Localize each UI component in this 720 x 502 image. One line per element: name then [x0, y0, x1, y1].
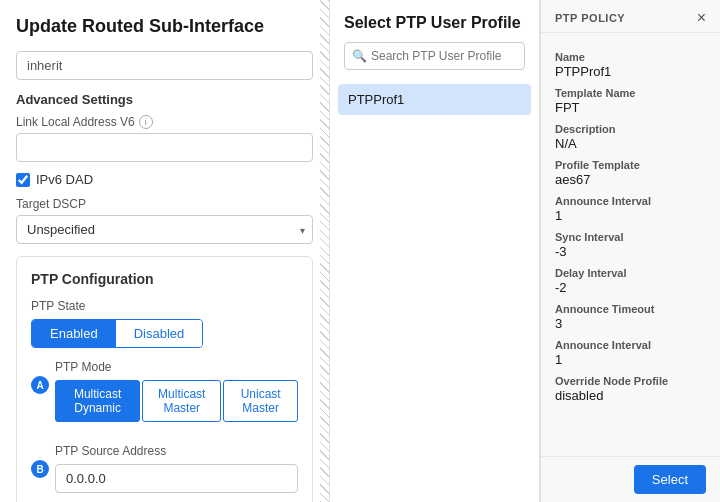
middle-title: Select PTP User Profile [344, 14, 525, 32]
ptp-mode-field: A PTP Mode Multicast Dynamic Multicast M… [31, 360, 298, 434]
property-value: 1 [555, 208, 706, 223]
property-name: Profile Template [555, 159, 706, 171]
ptp-source-label: PTP Source Address [55, 444, 298, 458]
mode-multicast-dynamic[interactable]: Multicast Dynamic [55, 380, 140, 422]
ptp-source-content: PTP Source Address [55, 444, 298, 493]
ptp-mode-group: Multicast Dynamic Multicast Master Unica… [55, 380, 298, 422]
link-local-label: Link Local Address V6 i [16, 115, 313, 129]
link-local-input[interactable] [16, 133, 313, 162]
search-input[interactable] [344, 42, 525, 70]
property-name: Sync Interval [555, 231, 706, 243]
search-wrapper: 🔍 [344, 42, 525, 70]
ipv6-dad-row: IPv6 DAD [16, 172, 313, 187]
ptp-state-toggle: Enabled Disabled [31, 319, 203, 348]
marker-b: B [31, 460, 49, 478]
ptp-mode-label: PTP Mode [55, 360, 298, 374]
property-value: 3 [555, 316, 706, 331]
target-dscp-label: Target DSCP [16, 197, 313, 211]
property-value: N/A [555, 136, 706, 151]
middle-panel: Select PTP User Profile 🔍 PTPProf1 [330, 0, 540, 502]
ptp-mode-content: PTP Mode Multicast Dynamic Multicast Mas… [55, 360, 298, 434]
target-dscp-select-wrapper: Unspecified ▾ [16, 215, 313, 244]
right-footer: Select [541, 456, 720, 502]
property-name: Description [555, 123, 706, 135]
ipv6-dad-label: IPv6 DAD [36, 172, 93, 187]
property-value: aes67 [555, 172, 706, 187]
ptp-source-input[interactable] [55, 464, 298, 493]
mode-unicast-master[interactable]: Unicast Master [223, 380, 298, 422]
right-panel: PTP POLICY × NamePTPProf1Template NameFP… [540, 0, 720, 502]
marker-a: A [31, 376, 49, 394]
right-section-title: PTP POLICY [555, 12, 625, 24]
property-name: Announce Timeout [555, 303, 706, 315]
target-dscp-select[interactable]: Unspecified [16, 215, 313, 244]
select-button[interactable]: Select [634, 465, 706, 494]
property-name: Announce Interval [555, 339, 706, 351]
info-icon[interactable]: i [139, 115, 153, 129]
search-icon: 🔍 [352, 49, 367, 63]
property-name: Announce Interval [555, 195, 706, 207]
ipv6-dad-checkbox[interactable] [16, 173, 30, 187]
property-value: PTPProf1 [555, 64, 706, 79]
property-value: -2 [555, 280, 706, 295]
property-name: Name [555, 51, 706, 63]
inherit-input[interactable] [16, 51, 313, 80]
right-content: NamePTPProf1Template NameFPTDescriptionN… [541, 33, 720, 456]
profile-list: PTPProf1 [330, 80, 539, 502]
left-panel: Update Routed Sub-Interface Advanced Set… [0, 0, 330, 502]
right-header: PTP POLICY × [541, 0, 720, 33]
ptp-config-title: PTP Configuration [31, 271, 298, 287]
property-name: Override Node Profile [555, 375, 706, 387]
property-value: 1 [555, 352, 706, 367]
property-value: FPT [555, 100, 706, 115]
property-value: -3 [555, 244, 706, 259]
profile-item[interactable]: PTPProf1 [338, 84, 531, 115]
ptp-state-label: PTP State [31, 299, 298, 313]
middle-header: Select PTP User Profile 🔍 [330, 0, 539, 80]
close-button[interactable]: × [697, 10, 706, 26]
ptp-disabled-button[interactable]: Disabled [116, 320, 203, 347]
property-value: disabled [555, 388, 706, 403]
mode-multicast-master[interactable]: Multicast Master [142, 380, 221, 422]
ptp-enabled-button[interactable]: Enabled [32, 320, 116, 347]
property-name: Template Name [555, 87, 706, 99]
advanced-settings-heading: Advanced Settings [16, 92, 313, 107]
panel-title: Update Routed Sub-Interface [16, 16, 313, 37]
ptp-config-box: PTP Configuration PTP State Enabled Disa… [16, 256, 313, 502]
property-name: Delay Interval [555, 267, 706, 279]
ptp-source-field: B PTP Source Address [31, 444, 298, 493]
